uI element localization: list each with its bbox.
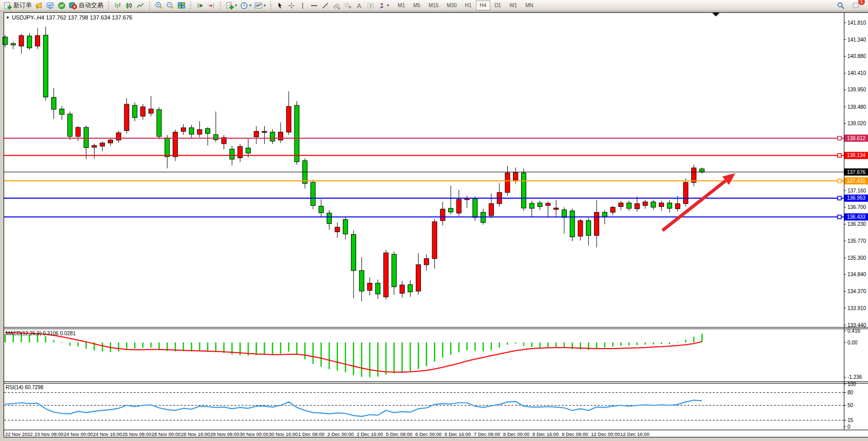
price-tick-label: 133.910 xyxy=(847,305,866,311)
candlestick-down xyxy=(11,44,15,45)
timeframe-m30[interactable]: M30 xyxy=(442,1,460,10)
candlestick-down xyxy=(408,284,413,292)
megaphone-button[interactable] xyxy=(33,1,45,11)
market-watch-button[interactable] xyxy=(45,1,56,11)
notifications-button[interactable]: 1 xyxy=(851,1,862,11)
auto-scroll-button[interactable] xyxy=(206,1,217,11)
candlestick-up xyxy=(440,209,445,221)
rsi-tick-label: 50 xyxy=(847,402,854,408)
candlestick-up xyxy=(578,221,583,236)
candlestick-up xyxy=(181,128,186,131)
new-order-button[interactable]: 新订单 xyxy=(2,1,33,11)
time-axis-label: 23 Nov 08:00 xyxy=(34,431,64,437)
timeframe-mn[interactable]: MN xyxy=(521,1,538,10)
candlestick-up xyxy=(335,227,340,232)
time-axis-label: 6 Dec 00:00 xyxy=(415,431,441,437)
templates-button[interactable]: ▾ xyxy=(253,1,267,11)
fibonacci-button[interactable]: F xyxy=(342,1,354,11)
price-tick-label: 135.770 xyxy=(847,238,866,244)
macd-tick-label: 0.416 xyxy=(847,328,860,334)
periods-button[interactable]: ▾ xyxy=(238,1,253,11)
candlestick-down xyxy=(343,220,348,234)
timeframe-d1[interactable]: D1 xyxy=(490,1,505,10)
line-chart-button[interactable] xyxy=(135,1,146,11)
macd-indicator-label: MACD(12,26,9) 0.3106 0.0281 xyxy=(6,331,76,336)
time-axis-label: 8 Dec 16:00 xyxy=(532,431,559,437)
line-drag-handle[interactable] xyxy=(838,215,841,219)
timeframe-m5[interactable]: M5 xyxy=(409,1,424,10)
cursor-button[interactable] xyxy=(274,1,286,11)
arrows-button[interactable]: ▾ xyxy=(376,1,391,11)
line-drag-handle[interactable] xyxy=(838,196,841,200)
timeframe-m1[interactable]: M1 xyxy=(394,1,409,10)
timeframe-m15[interactable]: M15 xyxy=(424,1,442,10)
zoom-in-button[interactable] xyxy=(153,1,164,11)
price-tick-label: 141.340 xyxy=(847,37,866,43)
label-button[interactable]: T xyxy=(365,1,376,11)
timeframe-h1[interactable]: H1 xyxy=(461,1,476,10)
candle-chart-icon xyxy=(125,2,133,10)
text-button[interactable]: A xyxy=(354,1,365,11)
chart-canvas[interactable]: 141.810141.340140.880140.410139.950139.4… xyxy=(0,0,868,441)
line-drag-handle[interactable] xyxy=(838,179,841,183)
zoom-out-button[interactable] xyxy=(164,1,176,11)
line-drag-handle[interactable] xyxy=(838,154,841,157)
hline-button[interactable] xyxy=(308,1,320,11)
crosshair-icon xyxy=(287,2,296,10)
candlestick-down xyxy=(319,206,323,213)
bar-chart-icon xyxy=(114,2,122,10)
chart-shift-button[interactable] xyxy=(194,1,206,11)
new-order-icon xyxy=(4,2,12,10)
candlestick-up xyxy=(76,127,80,137)
candlestick-down xyxy=(538,203,542,206)
candlestick-up xyxy=(635,204,639,209)
tile-windows-button[interactable] xyxy=(176,1,187,11)
candlestick-up xyxy=(141,107,145,116)
toolbar-button-label: 自动交易 xyxy=(79,1,103,10)
cursor-icon xyxy=(276,2,284,10)
macd-tick-label: 0.00 xyxy=(847,340,858,346)
candlestick-down xyxy=(376,283,380,294)
candlestick-up xyxy=(173,132,178,157)
timeframe-h4[interactable]: H4 xyxy=(476,1,491,10)
autotrading-button[interactable]: 自动交易 xyxy=(67,1,105,11)
chart-header-text: USDJPY-,H4 137.762 137.798 137.634 137.6… xyxy=(12,14,132,21)
candlestick-up xyxy=(286,106,291,132)
candlestick-up xyxy=(149,109,153,113)
toolbar-separator xyxy=(270,2,271,9)
new-chart-button[interactable] xyxy=(56,1,67,11)
channel-button[interactable]: E xyxy=(331,1,342,11)
candlestick-down xyxy=(206,128,210,133)
candlestick-up xyxy=(692,168,696,182)
candlestick-up xyxy=(489,204,493,216)
candlestick-up xyxy=(432,222,437,259)
chevron-down-icon: ▾ xyxy=(264,3,266,8)
vline-button[interactable] xyxy=(297,1,308,11)
periods-icon xyxy=(240,2,248,10)
trendline-button[interactable] xyxy=(320,1,331,11)
candlestick-down xyxy=(3,37,8,45)
price-tick-label: 139.020 xyxy=(847,121,866,126)
time-axis-label: 25 Nov 08:00 xyxy=(122,431,152,437)
toolbar-group xyxy=(153,1,187,11)
time-axis-label: 8 Dec 00:00 xyxy=(503,431,529,437)
time-axis-label: 22 Nov 2022 xyxy=(5,431,33,437)
timeframe-w1[interactable]: W1 xyxy=(505,1,521,10)
candlestick-down xyxy=(157,110,161,137)
indicators-button[interactable]: ▾ xyxy=(224,1,238,11)
crosshair-button[interactable] xyxy=(286,1,297,11)
time-axis-label: 12 Dec 16:00 xyxy=(620,431,650,437)
search-button[interactable] xyxy=(835,1,846,11)
candlestick-down xyxy=(699,169,704,172)
candlestick-down xyxy=(586,221,591,236)
candlestick-down xyxy=(270,132,275,141)
candlestick-up xyxy=(611,207,615,213)
price-tick-label: 134.840 xyxy=(847,272,866,277)
candlestick-down xyxy=(60,109,64,114)
bar-chart-button[interactable] xyxy=(112,1,123,11)
candlestick-down xyxy=(327,213,331,223)
candlestick-down xyxy=(392,254,396,286)
chart-shift-marker[interactable] xyxy=(712,13,719,16)
line-drag-handle[interactable] xyxy=(838,137,841,140)
candle-chart-button[interactable] xyxy=(123,1,135,11)
